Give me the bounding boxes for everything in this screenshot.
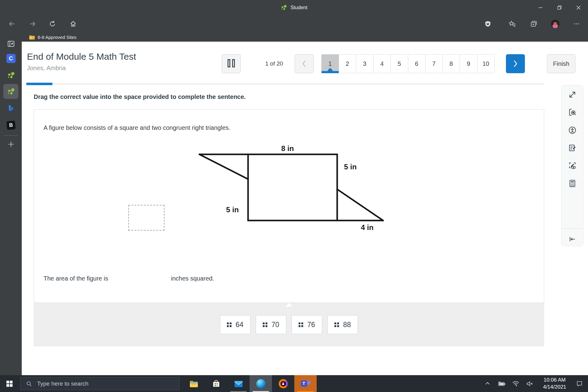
calculator-button[interactable] [566, 177, 579, 190]
favorites-button[interactable] [506, 17, 519, 30]
restore-button[interactable] [550, 0, 569, 15]
review-work-button[interactable] [566, 159, 579, 172]
taskbar-microsoft-store[interactable] [205, 375, 227, 392]
notepad-pencil-icon [568, 144, 577, 152]
favorites-star-icon [509, 20, 516, 28]
test-tools-panel [561, 85, 583, 246]
zoom-tool-button[interactable] [566, 106, 579, 119]
collapse-panel-button[interactable] [566, 232, 579, 246]
edge-icon [256, 379, 266, 388]
forward-icon [29, 20, 36, 28]
taskbar-search-box[interactable]: Type here to search [20, 377, 179, 390]
geometry-figure: 8 in 5 in 5 in 4 in [184, 135, 405, 236]
windows-start-icon [6, 381, 13, 387]
answer-chip-64[interactable]: 64 [220, 315, 251, 334]
figure-label-left: 5 in [226, 205, 239, 214]
window-title-group: Student [0, 0, 588, 15]
drag-handle-icon [334, 322, 339, 327]
answer-chip-88[interactable]: 88 [327, 315, 358, 334]
tab-masteryconnect-active[interactable] [3, 84, 18, 99]
new-tab-button[interactable] [3, 137, 18, 152]
bookmark-folder[interactable]: 6-8 Approved Sites [29, 35, 77, 40]
minimize-button[interactable] [531, 0, 550, 15]
system-tray: 10:06 AM 4/14/2021 [481, 375, 588, 392]
tab-bing[interactable] [3, 101, 18, 116]
page-button-8[interactable]: 8 [443, 55, 460, 73]
tray-notch [286, 303, 292, 307]
answer-drop-zone[interactable] [128, 205, 164, 231]
battery-charging-icon [498, 381, 506, 386]
restore-icon [557, 6, 562, 10]
accessibility-button[interactable] [566, 123, 579, 137]
action-center-button[interactable] [573, 375, 586, 392]
collections-icon [530, 20, 537, 28]
page-button-1[interactable]: 1 [322, 55, 339, 73]
tools-divider [562, 228, 583, 229]
test-title: End of Module 5 Math Test [27, 51, 136, 62]
figure-label-bottom: 4 in [361, 223, 373, 232]
vertical-tabs-toggle-button[interactable] [3, 36, 18, 51]
page-button-4[interactable]: 4 [373, 55, 391, 73]
page-button-10[interactable]: 10 [477, 55, 495, 73]
refresh-icon [49, 20, 56, 28]
microsoft-store-icon [212, 379, 221, 388]
page-button-7[interactable]: 7 [425, 55, 443, 73]
volume-status[interactable] [524, 375, 536, 392]
student-name: Jones, Ambria [27, 65, 66, 72]
tray-chevron-button[interactable] [481, 375, 494, 392]
page-button-2[interactable]: 2 [339, 55, 356, 73]
forward-button[interactable] [26, 17, 39, 30]
page-button-9[interactable]: 9 [460, 55, 477, 73]
back-button[interactable] [6, 17, 18, 30]
extension-shield-button[interactable] [481, 17, 494, 30]
window-controls [531, 0, 588, 15]
refresh-button[interactable] [46, 17, 59, 30]
settings-menu-button[interactable] [570, 17, 583, 30]
taskbar-file-explorer[interactable] [183, 375, 205, 392]
pause-button[interactable] [222, 54, 241, 73]
figure-caption: A figure below consists of a square and … [43, 124, 230, 131]
tab-blooket[interactable]: B [3, 118, 18, 133]
mail-icon [234, 380, 243, 388]
home-button[interactable] [67, 17, 80, 30]
answer-chip-70[interactable]: 70 [256, 315, 286, 334]
expand-button[interactable] [566, 88, 579, 101]
window-title: Student [290, 5, 307, 10]
chevron-left-icon [301, 60, 307, 68]
browser-toolbar: https://student.masteryconnect.com/?iv=R… [0, 15, 588, 32]
back-icon [8, 20, 16, 28]
taskbar-avast-browser[interactable] [272, 375, 294, 392]
tab-masteryconnect[interactable] [3, 68, 18, 83]
page-button-3[interactable]: 3 [356, 55, 373, 73]
taskbar-clock[interactable]: 10:06 AM 4/14/2021 [538, 377, 571, 391]
file-explorer-icon [189, 380, 198, 388]
search-icon [26, 381, 32, 387]
page-button-6[interactable]: 6 [408, 55, 425, 73]
answer-sentence-after: inches squared. [171, 275, 214, 282]
taskbar-teams[interactable]: T [294, 375, 317, 392]
start-button[interactable] [0, 375, 19, 392]
taskbar-mail[interactable] [227, 375, 250, 392]
clock-date: 4/14/2021 [538, 384, 571, 391]
profile-avatar [551, 19, 560, 28]
profile-button[interactable] [549, 17, 562, 30]
answer-chip-76[interactable]: 76 [292, 315, 322, 334]
notepad-button[interactable] [566, 141, 579, 155]
finish-button[interactable]: Finish [547, 54, 575, 73]
question-prompt: Drag the correct value into the space pr… [34, 93, 246, 100]
browser-titlebar: Student [0, 0, 588, 15]
page-button-5[interactable]: 5 [390, 55, 408, 73]
wifi-status[interactable] [510, 375, 522, 392]
collections-button[interactable] [527, 17, 540, 30]
teams-icon: T [301, 379, 311, 388]
previous-page-button[interactable] [295, 54, 314, 73]
battery-status[interactable] [496, 375, 508, 392]
edit-eye-icon [568, 161, 577, 170]
tab-clever[interactable]: C [3, 51, 18, 66]
taskbar-edge-active[interactable] [250, 375, 272, 392]
test-page: End of Module 5 Math Test Jones, Ambria … [22, 42, 588, 375]
bookmark-folder-label: 6-8 Approved Sites [38, 35, 77, 40]
next-page-button[interactable] [506, 54, 525, 73]
speaker-muted-icon [526, 381, 533, 386]
close-button[interactable] [569, 0, 588, 15]
